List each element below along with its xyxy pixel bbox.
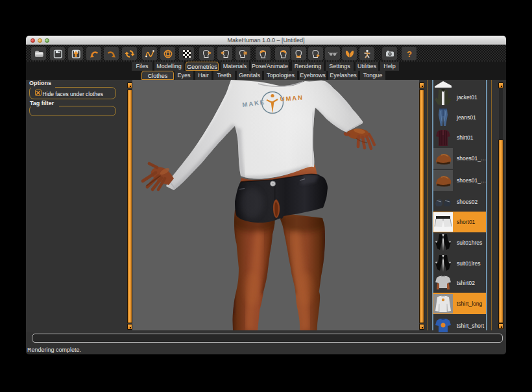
svg-text:?: ? (407, 49, 412, 58)
